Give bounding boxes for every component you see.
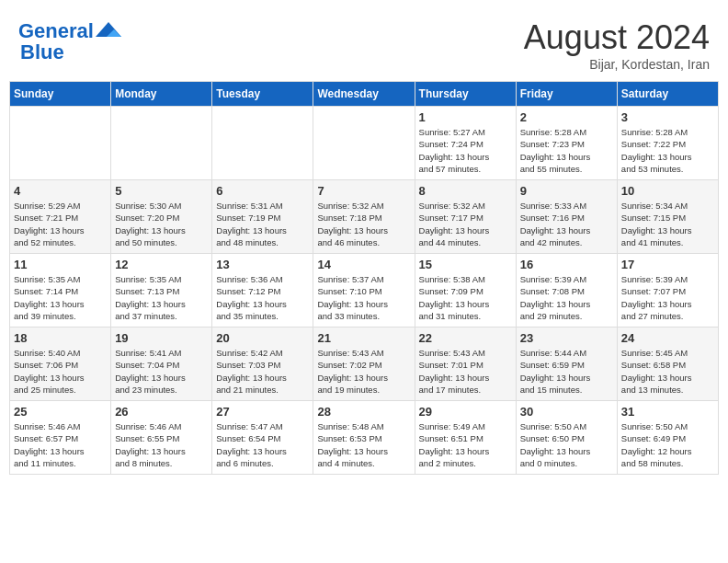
day-number: 9 <box>520 184 613 198</box>
calendar-cell: 24Sunrise: 5:45 AM Sunset: 6:58 PM Dayli… <box>617 327 718 401</box>
calendar-week-row: 11Sunrise: 5:35 AM Sunset: 7:14 PM Dayli… <box>10 254 719 327</box>
weekday-header-friday: Friday <box>516 82 617 107</box>
day-info: Sunrise: 5:34 AM Sunset: 7:15 PM Dayligh… <box>621 200 714 248</box>
day-number: 16 <box>520 258 613 271</box>
day-info: Sunrise: 5:28 AM Sunset: 7:23 PM Dayligh… <box>520 126 613 175</box>
calendar-cell <box>111 107 212 180</box>
weekday-header-monday: Monday <box>111 82 212 107</box>
day-info: Sunrise: 5:46 AM Sunset: 6:57 PM Dayligh… <box>14 420 107 469</box>
calendar-cell: 23Sunrise: 5:44 AM Sunset: 6:59 PM Dayli… <box>516 327 617 401</box>
logo-text: General <box>18 20 94 42</box>
calendar-cell: 1Sunrise: 5:27 AM Sunset: 7:24 PM Daylig… <box>415 107 516 180</box>
day-info: Sunrise: 5:30 AM Sunset: 7:20 PM Dayligh… <box>115 200 208 248</box>
day-info: Sunrise: 5:40 AM Sunset: 7:06 PM Dayligh… <box>14 347 107 396</box>
day-number: 24 <box>621 331 714 345</box>
day-info: Sunrise: 5:48 AM Sunset: 6:53 PM Dayligh… <box>317 420 410 469</box>
calendar-cell: 31Sunrise: 5:50 AM Sunset: 6:49 PM Dayli… <box>617 401 718 475</box>
day-info: Sunrise: 5:50 AM Sunset: 6:49 PM Dayligh… <box>621 420 714 469</box>
calendar-table: SundayMondayTuesdayWednesdayThursdayFrid… <box>9 81 719 475</box>
day-number: 29 <box>419 405 512 419</box>
calendar-cell: 8Sunrise: 5:32 AM Sunset: 7:17 PM Daylig… <box>415 180 516 254</box>
day-number: 14 <box>317 258 410 271</box>
day-number: 19 <box>115 331 208 345</box>
calendar-cell: 2Sunrise: 5:28 AM Sunset: 7:23 PM Daylig… <box>516 107 617 180</box>
day-number: 5 <box>115 184 208 198</box>
calendar-cell: 7Sunrise: 5:32 AM Sunset: 7:18 PM Daylig… <box>313 180 415 254</box>
day-info: Sunrise: 5:33 AM Sunset: 7:16 PM Dayligh… <box>520 200 613 248</box>
calendar-cell: 20Sunrise: 5:42 AM Sunset: 7:03 PM Dayli… <box>212 327 313 401</box>
calendar-cell: 15Sunrise: 5:38 AM Sunset: 7:09 PM Dayli… <box>415 254 516 327</box>
day-info: Sunrise: 5:36 AM Sunset: 7:12 PM Dayligh… <box>216 273 309 322</box>
day-info: Sunrise: 5:44 AM Sunset: 6:59 PM Dayligh… <box>520 347 613 396</box>
weekday-header-wednesday: Wednesday <box>313 82 415 107</box>
day-number: 23 <box>520 331 613 345</box>
day-info: Sunrise: 5:29 AM Sunset: 7:21 PM Dayligh… <box>14 200 107 248</box>
day-number: 7 <box>317 184 410 198</box>
calendar-cell: 22Sunrise: 5:43 AM Sunset: 7:01 PM Dayli… <box>415 327 516 401</box>
calendar-cell: 11Sunrise: 5:35 AM Sunset: 7:14 PM Dayli… <box>10 254 111 327</box>
day-number: 1 <box>419 110 512 124</box>
calendar-cell <box>212 107 313 180</box>
calendar-cell: 25Sunrise: 5:46 AM Sunset: 6:57 PM Dayli… <box>10 401 111 475</box>
day-number: 20 <box>216 331 309 345</box>
calendar-cell: 19Sunrise: 5:41 AM Sunset: 7:04 PM Dayli… <box>111 327 212 401</box>
day-info: Sunrise: 5:50 AM Sunset: 6:50 PM Dayligh… <box>520 420 613 469</box>
calendar-cell: 9Sunrise: 5:33 AM Sunset: 7:16 PM Daylig… <box>516 180 617 254</box>
calendar-cell: 26Sunrise: 5:46 AM Sunset: 6:55 PM Dayli… <box>111 401 212 475</box>
calendar-cell <box>10 107 111 180</box>
calendar-cell: 5Sunrise: 5:30 AM Sunset: 7:20 PM Daylig… <box>111 180 212 254</box>
day-info: Sunrise: 5:42 AM Sunset: 7:03 PM Dayligh… <box>216 347 309 396</box>
calendar-week-row: 4Sunrise: 5:29 AM Sunset: 7:21 PM Daylig… <box>10 180 719 254</box>
weekday-header-saturday: Saturday <box>617 82 718 107</box>
day-number: 25 <box>14 405 107 419</box>
day-number: 10 <box>621 184 714 198</box>
day-info: Sunrise: 5:41 AM Sunset: 7:04 PM Dayligh… <box>115 347 208 396</box>
calendar-week-row: 18Sunrise: 5:40 AM Sunset: 7:06 PM Dayli… <box>10 327 719 401</box>
weekday-header-row: SundayMondayTuesdayWednesdayThursdayFrid… <box>10 82 719 107</box>
day-info: Sunrise: 5:32 AM Sunset: 7:18 PM Dayligh… <box>317 200 410 248</box>
day-number: 6 <box>216 184 309 198</box>
day-info: Sunrise: 5:39 AM Sunset: 7:07 PM Dayligh… <box>621 273 714 322</box>
calendar-cell: 10Sunrise: 5:34 AM Sunset: 7:15 PM Dayli… <box>617 180 718 254</box>
logo-icon <box>96 18 121 44</box>
weekday-header-thursday: Thursday <box>415 82 516 107</box>
day-number: 27 <box>216 405 309 419</box>
calendar-cell: 28Sunrise: 5:48 AM Sunset: 6:53 PM Dayli… <box>313 401 415 475</box>
day-number: 21 <box>317 331 410 345</box>
day-info: Sunrise: 5:28 AM Sunset: 7:22 PM Dayligh… <box>621 126 714 175</box>
day-info: Sunrise: 5:31 AM Sunset: 7:19 PM Dayligh… <box>216 200 309 248</box>
calendar-cell: 3Sunrise: 5:28 AM Sunset: 7:22 PM Daylig… <box>617 107 718 180</box>
day-number: 28 <box>317 405 410 419</box>
calendar-week-row: 25Sunrise: 5:46 AM Sunset: 6:57 PM Dayli… <box>10 401 719 475</box>
weekday-header-tuesday: Tuesday <box>212 82 313 107</box>
calendar-week-row: 1Sunrise: 5:27 AM Sunset: 7:24 PM Daylig… <box>10 107 719 180</box>
day-info: Sunrise: 5:46 AM Sunset: 6:55 PM Dayligh… <box>115 420 208 469</box>
day-info: Sunrise: 5:39 AM Sunset: 7:08 PM Dayligh… <box>520 273 613 322</box>
day-number: 11 <box>14 258 107 271</box>
weekday-header-sunday: Sunday <box>10 82 111 107</box>
calendar-cell: 4Sunrise: 5:29 AM Sunset: 7:21 PM Daylig… <box>10 180 111 254</box>
day-info: Sunrise: 5:47 AM Sunset: 6:54 PM Dayligh… <box>216 420 309 469</box>
calendar-cell: 21Sunrise: 5:43 AM Sunset: 7:02 PM Dayli… <box>313 327 415 401</box>
calendar-cell: 6Sunrise: 5:31 AM Sunset: 7:19 PM Daylig… <box>212 180 313 254</box>
day-number: 12 <box>115 258 208 271</box>
day-number: 4 <box>14 184 107 198</box>
day-number: 18 <box>14 331 107 345</box>
day-number: 17 <box>621 258 714 271</box>
day-number: 30 <box>520 405 613 419</box>
day-number: 31 <box>621 405 714 419</box>
day-info: Sunrise: 5:38 AM Sunset: 7:09 PM Dayligh… <box>419 273 512 322</box>
calendar-cell: 13Sunrise: 5:36 AM Sunset: 7:12 PM Dayli… <box>212 254 313 327</box>
day-number: 2 <box>520 110 613 124</box>
day-number: 15 <box>419 258 512 271</box>
calendar-cell: 16Sunrise: 5:39 AM Sunset: 7:08 PM Dayli… <box>516 254 617 327</box>
month-title: August 2024 <box>524 18 710 57</box>
day-info: Sunrise: 5:37 AM Sunset: 7:10 PM Dayligh… <box>317 273 410 322</box>
day-info: Sunrise: 5:49 AM Sunset: 6:51 PM Dayligh… <box>419 420 512 469</box>
calendar-cell: 29Sunrise: 5:49 AM Sunset: 6:51 PM Dayli… <box>415 401 516 475</box>
day-info: Sunrise: 5:43 AM Sunset: 7:02 PM Dayligh… <box>317 347 410 396</box>
calendar-cell: 27Sunrise: 5:47 AM Sunset: 6:54 PM Dayli… <box>212 401 313 475</box>
page-header: General Blue August 2024 Bijar, Kordesta… <box>9 9 719 76</box>
calendar-cell: 17Sunrise: 5:39 AM Sunset: 7:07 PM Dayli… <box>617 254 718 327</box>
day-info: Sunrise: 5:35 AM Sunset: 7:14 PM Dayligh… <box>14 273 107 322</box>
